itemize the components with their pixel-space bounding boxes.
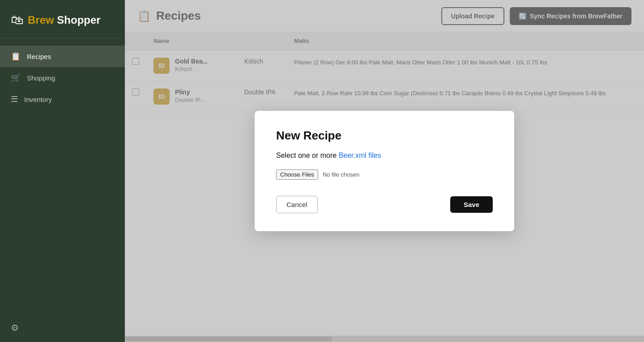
sidebar-item-inventory[interactable]: ☰ Inventory xyxy=(0,89,125,110)
cancel-button[interactable]: Cancel xyxy=(276,196,318,213)
sidebar-nav: 📋 Recipes 🛒 Shopping ☰ Inventory xyxy=(0,38,125,313)
main-content: 📋 Recipes Upload Recipe 🔄 Sync Recipes f… xyxy=(125,0,644,342)
sidebar-item-shopping[interactable]: 🛒 Shopping xyxy=(0,67,125,89)
modal-actions: Cancel Save xyxy=(276,196,493,213)
inventory-icon: ☰ xyxy=(11,94,18,104)
no-file-text: No file chosen xyxy=(323,171,359,178)
modal-overlay: New Recipe Select one or more Beer.xml f… xyxy=(125,0,644,342)
modal-subtitle-link: Beer.xml files xyxy=(339,152,381,159)
file-input-row: Choose Files No file chosen xyxy=(276,169,493,180)
sidebar-item-inventory-label: Inventory xyxy=(24,96,52,103)
sidebar: 🛍 Brew Shopper 📋 Recipes 🛒 Shopping ☰ In… xyxy=(0,0,125,342)
modal-title: New Recipe xyxy=(276,129,493,143)
new-recipe-modal: New Recipe Select one or more Beer.xml f… xyxy=(255,111,514,231)
shopping-icon: 🛒 xyxy=(11,73,21,83)
app-name-shopper: Shopper xyxy=(57,14,100,26)
logo-area: 🛍 Brew Shopper xyxy=(0,0,125,38)
app-name: Brew Shopper xyxy=(28,14,101,26)
logo-icon: 🛍 xyxy=(11,13,23,27)
file-input-wrapper: Choose Files No file chosen xyxy=(276,169,493,180)
modal-subtitle-plain: Select one or more xyxy=(276,152,339,159)
choose-files-button[interactable]: Choose Files xyxy=(276,169,318,180)
sidebar-item-recipes-label: Recipes xyxy=(27,53,51,60)
sidebar-item-shopping-label: Shopping xyxy=(27,74,55,82)
sidebar-item-recipes[interactable]: 📋 Recipes xyxy=(0,46,125,67)
modal-subtitle: Select one or more Beer.xml files xyxy=(276,152,493,160)
recipes-icon: 📋 xyxy=(11,51,21,61)
settings-icon[interactable]: ⚙ xyxy=(11,323,19,333)
sidebar-footer: ⚙ xyxy=(0,313,125,342)
save-button[interactable]: Save xyxy=(450,196,493,213)
app-name-brew: Brew xyxy=(28,14,54,26)
